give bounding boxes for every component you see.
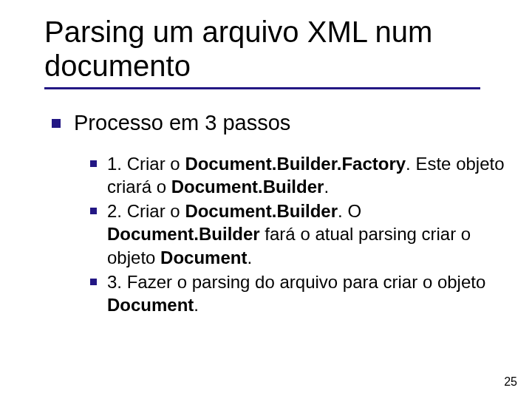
level1-item: Processo em 3 passos: [52, 110, 510, 136]
level1-text: Processo em 3 passos: [74, 110, 290, 136]
slide: Parsing um arquivo XML num documento Pro…: [0, 0, 532, 399]
text-run: .: [194, 295, 199, 315]
page-number: 25: [504, 375, 517, 389]
list-item: 3. Fazer o parsing do arquivo para criar…: [90, 270, 510, 316]
title-underline: [44, 87, 480, 89]
text-run: 1. Criar o: [107, 154, 185, 174]
list-item-text: 2. Criar o Document.Builder. O Document.…: [107, 200, 506, 269]
slide-title: Parsing um arquivo XML num documento: [44, 15, 510, 83]
bold-term: Document: [107, 295, 194, 315]
bold-term: Document: [160, 248, 247, 267]
text-run: 2. Criar o: [107, 201, 185, 221]
bold-term: Document.Builder: [171, 177, 324, 197]
square-bullet-icon: [90, 279, 97, 285]
square-bullet-icon: [90, 208, 97, 214]
square-bullet-icon: [90, 160, 97, 167]
bold-term: Document.Builder.Factory: [185, 154, 406, 174]
list-item-text: 1. Criar o Document.Builder.Factory. Est…: [107, 152, 506, 198]
list-item-text: 3. Fazer o parsing do arquivo para criar…: [107, 270, 506, 316]
text-run: . O: [338, 201, 361, 221]
text-run: 3. Fazer o parsing do arquivo para criar…: [107, 272, 485, 292]
bold-term: Document.Builder: [185, 201, 338, 221]
list-item: 1. Criar o Document.Builder.Factory. Est…: [90, 152, 510, 198]
text-run: .: [247, 248, 252, 267]
level2-list: 1. Criar o Document.Builder.Factory. Est…: [90, 152, 510, 316]
square-bullet-icon: [52, 119, 61, 128]
bold-term: Document.Builder: [107, 224, 260, 244]
list-item: 2. Criar o Document.Builder. O Document.…: [90, 200, 510, 269]
text-run: .: [324, 177, 329, 197]
